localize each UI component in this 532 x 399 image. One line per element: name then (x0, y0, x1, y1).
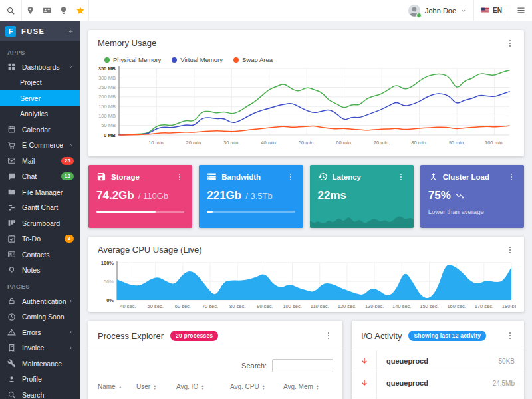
shortcut-favorite-button[interactable] (72, 0, 88, 21)
card-menu-button[interactable] (505, 39, 515, 48)
sidebar-item-file-manager[interactable]: File Manager (0, 184, 80, 200)
svg-text:80 sec.: 80 sec. (229, 303, 245, 309)
legend-item-virtual-memory[interactable]: Virtual Memory (172, 56, 223, 63)
chevron-right-icon (68, 142, 74, 148)
memory-chart-legend: Physical Memory Virtual Memory Swap Area (88, 51, 524, 63)
sidebar-item-authentication[interactable]: Authentication (0, 293, 80, 309)
shortcut-place-button[interactable] (22, 0, 39, 21)
check-square-icon (7, 235, 16, 243)
receipt-icon (7, 344, 16, 352)
dots-vertical-icon (505, 245, 515, 255)
svg-text:60 sec.: 60 sec. (175, 303, 191, 309)
card-menu-button[interactable] (505, 245, 515, 255)
sidebar-item-search[interactable]: Search (0, 387, 80, 399)
sidebar-item-maintenance[interactable]: Maintenance (0, 356, 80, 372)
shortcut-notes-button[interactable] (55, 0, 72, 21)
sidebar-item-gantt-chart[interactable]: Gantt Chart (0, 200, 80, 216)
dashboard-icon (7, 63, 16, 71)
svg-text:40 min.: 40 min. (261, 140, 277, 146)
column-header-name[interactable]: Name ▲ (98, 383, 136, 390)
sidebar-item-label: Project (20, 78, 42, 86)
svg-text:70 min.: 70 min. (374, 140, 390, 146)
stat-value: 221Gb (207, 189, 241, 202)
io-activity-card: I/O Activity Showing last 12 activity qu… (352, 321, 524, 399)
server-stack-icon (207, 172, 217, 182)
svg-text:100 MB: 100 MB (98, 113, 116, 119)
svg-text:70 sec.: 70 sec. (202, 303, 218, 309)
sidebar-item-label: E-Commerce (22, 141, 63, 149)
sidebar-item-coming-soon[interactable]: Coming Soon (0, 309, 80, 325)
card-menu-button[interactable] (175, 172, 184, 182)
quick-panel-button[interactable] (509, 0, 532, 21)
sidebar-item-notes[interactable]: Notes (0, 263, 80, 279)
io-activity-badge: Showing last 12 activity (408, 331, 486, 341)
sidebar-item-contacts[interactable]: Contacts (0, 247, 80, 263)
column-header-avg-io[interactable]: Avg. IO ▲▼ (176, 383, 230, 390)
card-menu-button[interactable] (286, 172, 295, 182)
svg-text:40 sec.: 40 sec. (120, 303, 136, 309)
svg-text:0 MB: 0 MB (104, 132, 116, 138)
chevron-down-icon (460, 7, 467, 14)
sidebar-item-label: Profile (22, 375, 42, 383)
language-code: EN (493, 7, 502, 14)
person-icon (7, 375, 16, 384)
sort-icon: ▲▼ (201, 384, 204, 390)
sidebar-item-label: Gantt Chart (22, 203, 58, 211)
sidebar-item-to-do[interactable]: To-Do 3 (0, 231, 80, 247)
svg-text:20 min.: 20 min. (186, 140, 203, 146)
svg-text:100%: 100% (101, 260, 114, 266)
stat-card-title: Latency (332, 173, 361, 181)
legend-item-physical-memory[interactable]: Physical Memory (104, 56, 161, 63)
sidebar-item-calendar[interactable]: Calendar (0, 122, 80, 138)
card-menu-button[interactable] (505, 331, 515, 340)
legend-dot (233, 57, 239, 63)
sidebar-item-label: Analytics (20, 110, 48, 118)
sidebar-item-errors[interactable]: Errors (0, 325, 80, 340)
stat-card-title: Cluster Load (443, 173, 489, 181)
sidebar-item-mail[interactable]: Mail 25 (0, 153, 80, 169)
top-toolbar: John Doe EN (0, 0, 532, 21)
shortcut-contacts-button[interactable] (39, 0, 55, 21)
card-menu-button[interactable] (396, 172, 406, 182)
sidebar-item-scrumboard[interactable]: Scrumboard (0, 215, 80, 231)
svg-text:0%: 0% (106, 297, 114, 303)
sidebar-item-chat[interactable]: Chat 13 (0, 169, 80, 185)
sidebar-collapse-button[interactable] (66, 27, 74, 35)
history-clock-icon (318, 172, 328, 182)
column-header-user[interactable]: User ▲▼ (136, 383, 176, 390)
column-header-avg-mem[interactable]: Avg. Mem ▲▼ (283, 383, 319, 390)
svg-text:30 min.: 30 min. (223, 140, 240, 146)
save-disk-icon (96, 172, 106, 182)
sidebar-item-invoice[interactable]: Invoice (0, 340, 80, 356)
memory-usage-title: Memory Usage (98, 38, 156, 48)
card-menu-button[interactable] (507, 172, 516, 182)
search-button[interactable] (0, 0, 21, 21)
download-arrow-icon (360, 378, 369, 388)
cart-icon (7, 141, 16, 150)
sidebar-item-e-commerce[interactable]: E-Commerce (0, 138, 80, 154)
card-menu-button[interactable] (324, 331, 333, 340)
legend-item-swap-area[interactable]: Swap Area (233, 56, 273, 63)
board-icon (7, 219, 16, 227)
sidebar-item-label: Mail (22, 157, 35, 165)
column-header-avg-cpu[interactable]: Avg. CPU ▲▼ (230, 383, 283, 390)
sidebar-item-profile[interactable]: Profile (0, 372, 80, 388)
sidebar-item-label: Maintenance (22, 360, 62, 368)
stat-total: / 3.5Tb (245, 191, 272, 201)
sidebar-item-server[interactable]: Server (0, 90, 80, 106)
sidebar-item-project[interactable]: Project (0, 75, 80, 91)
nav-section-pages: PAGES (0, 278, 80, 293)
sidebar-item-label: Contacts (22, 251, 49, 259)
legend-dot (104, 57, 110, 63)
chevron-right-icon (68, 329, 74, 335)
language-selector[interactable]: EN (474, 0, 509, 21)
fuse-logo: F (5, 26, 16, 37)
sidebar-item-label: To-Do (22, 235, 41, 243)
search-icon (6, 6, 15, 15)
process-search-input[interactable] (272, 359, 333, 372)
sidebar-item-analytics[interactable]: Analytics (0, 106, 80, 122)
sidebar-item-dashboards[interactable]: Dashboards (0, 59, 80, 75)
io-activity-row (352, 394, 524, 399)
user-menu-button[interactable]: John Doe (401, 0, 473, 21)
sidebar: F FUSE APPS Dashboards Project Server An… (0, 21, 80, 399)
